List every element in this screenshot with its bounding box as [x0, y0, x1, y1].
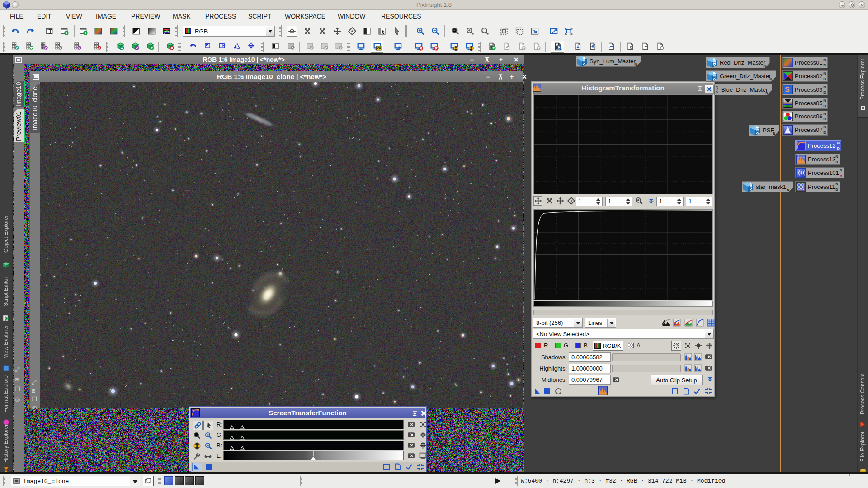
svg-text:S: S: [785, 86, 790, 94]
svg-text:24: 24: [377, 46, 381, 50]
